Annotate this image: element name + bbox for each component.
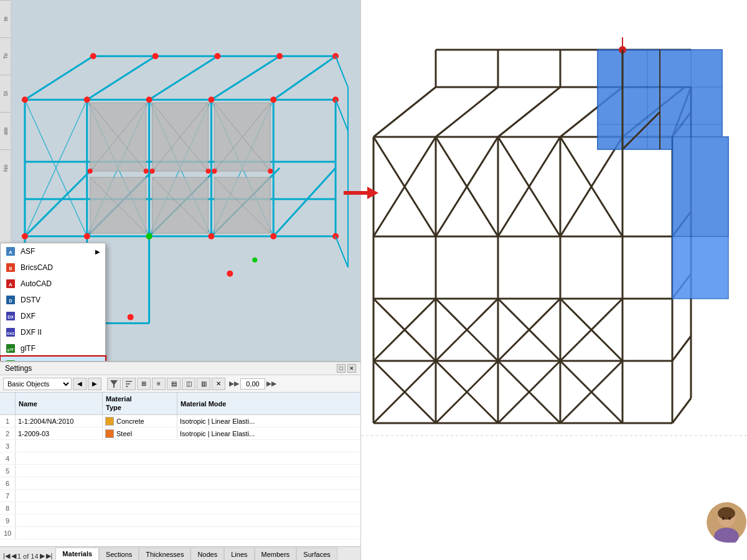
svg-point-67: [276, 53, 283, 59]
tab-sections[interactable]: Sections: [99, 548, 139, 560]
arrow-divider: [339, 180, 383, 205]
svg-point-77: [146, 233, 153, 240]
settings-title: Settings: [5, 364, 32, 373]
last-page-btn[interactable]: ▶|: [46, 552, 53, 560]
menu-item-asf[interactable]: A ASF ▶: [1, 243, 105, 259]
side-label-te: te: [0, 0, 11, 37]
menu-item-ifc[interactable]: IFC IFC: [1, 357, 105, 361]
col-material-type-header: Material Type: [103, 393, 177, 414]
dstv-icon: D: [6, 295, 16, 305]
main-container: A ASF ▶ B BricsCAD A AutoCAD: [0, 0, 747, 560]
menu-item-bricscad[interactable]: B BricsCAD: [1, 259, 105, 276]
svg-point-196: [728, 517, 731, 520]
tab-nodes[interactable]: Nodes: [190, 548, 224, 560]
menu-item-dxf2[interactable]: DX2 DXF II: [1, 324, 105, 340]
sort-btn[interactable]: [122, 378, 136, 390]
svg-rect-184: [672, 236, 728, 299]
svg-point-60: [146, 96, 153, 103]
svg-point-74: [268, 169, 273, 174]
side-label-ate: ate: [0, 112, 11, 149]
right-3d-viewport: [361, 0, 747, 560]
menu-item-dxf[interactable]: DX DXF: [1, 308, 105, 324]
svg-text:D: D: [9, 299, 12, 303]
view-btn1[interactable]: ⊞: [137, 378, 151, 390]
svg-point-59: [84, 96, 90, 103]
svg-point-69: [88, 169, 93, 174]
tab-members[interactable]: Members: [255, 548, 297, 560]
right-structure-drawing: [361, 0, 747, 560]
tab-lines[interactable]: Lines: [224, 548, 254, 560]
menu-label-gltf: glTF: [21, 344, 35, 353]
row-mat-type-1: Concrete: [103, 415, 177, 427]
svg-point-195: [722, 517, 725, 520]
table-row: 2 1-2009-03 Steel Isotropic | Linear Ela…: [0, 427, 361, 440]
settings-title-bar: Settings □ ✕: [0, 362, 361, 375]
svg-point-75: [227, 271, 233, 277]
menu-item-autocad[interactable]: A AutoCAD: [1, 276, 105, 292]
row-mat-mode-1: Isotropic | Linear Elasti...: [177, 415, 361, 427]
menu-label-dxf: DXF: [21, 312, 35, 320]
tab-thicknesses[interactable]: Thicknesses: [139, 548, 190, 560]
svg-point-65: [153, 53, 159, 59]
row-num-2: 2: [0, 427, 16, 439]
first-page-btn[interactable]: |◀: [3, 552, 10, 560]
page-indicator: 1 of 14: [17, 553, 39, 560]
object-type-dropdown[interactable]: Basic Objects: [3, 378, 72, 390]
svg-rect-183: [672, 137, 728, 236]
svg-text:DX: DX: [7, 315, 14, 319]
svg-text:A: A: [9, 282, 12, 287]
side-label-no: No: [0, 149, 11, 187]
tab-bar: |◀ ◀ 1 of 14 ▶ ▶| Materials Sections Thi…: [0, 546, 360, 560]
row-mat-type-2: Steel: [103, 427, 177, 439]
minimize-button[interactable]: □: [337, 364, 345, 373]
close-button[interactable]: ✕: [347, 364, 356, 373]
svg-point-76: [128, 314, 134, 320]
menu-label-bricscad: BricsCAD: [21, 263, 53, 272]
svg-point-66: [214, 53, 220, 59]
tab-materials[interactable]: Materials: [55, 548, 99, 560]
menu-label-dxf2: DXF II: [21, 328, 42, 337]
avatar-image: [707, 502, 747, 543]
view-btn2[interactable]: ≡: [152, 378, 166, 390]
svg-point-72: [205, 169, 210, 174]
svg-rect-98: [6, 360, 15, 361]
tab-surfaces[interactable]: Surfaces: [296, 548, 337, 560]
col-material-mode-header: Material Mode: [177, 393, 361, 414]
value-input[interactable]: [240, 378, 265, 390]
table-row: 10: [0, 527, 361, 539]
svg-text:DX2: DX2: [7, 332, 14, 335]
table-row: 5: [0, 465, 361, 477]
view-btn4[interactable]: ◫: [182, 378, 195, 390]
material-swatch: [105, 429, 114, 438]
table-row: 7: [0, 490, 361, 502]
svg-marker-118: [110, 380, 118, 388]
menu-label-autocad: AutoCAD: [21, 279, 52, 288]
row-mat-mode-2: Isotropic | Linear Elasti...: [177, 427, 361, 439]
data-table: 1 1-1:2004/NA:2010 Concrete Isotropic | …: [0, 415, 361, 546]
right-arrow-icon: [342, 184, 380, 202]
table-row: 8: [0, 502, 361, 515]
next-btn[interactable]: ▶: [88, 378, 101, 390]
menu-label-ifc: IFC: [21, 360, 32, 361]
view-btn6[interactable]: ✕: [212, 378, 225, 390]
filter-btn[interactable]: [107, 378, 121, 390]
svg-point-194: [718, 507, 735, 520]
asf-icon: A: [6, 246, 16, 256]
prev-btn[interactable]: ◀: [73, 378, 87, 390]
view-btn5[interactable]: ▥: [197, 378, 210, 390]
svg-point-53: [84, 233, 90, 240]
menu-item-gltf[interactable]: gTF glTF: [1, 340, 105, 357]
row-num-1: 1: [0, 415, 16, 427]
avatar: [707, 502, 747, 543]
next-page-btn[interactable]: ▶: [40, 552, 45, 560]
svg-point-56: [270, 233, 276, 240]
menu-item-dstv[interactable]: D DSTV: [1, 292, 105, 308]
svg-point-52: [22, 233, 28, 240]
svg-text:gTF: gTF: [7, 348, 14, 352]
prev-page-btn[interactable]: ◀: [11, 552, 16, 560]
view-btn3[interactable]: ▤: [167, 378, 181, 390]
row-name-2: 1-2009-03: [16, 427, 103, 439]
menu-label-dstv: DSTV: [21, 296, 40, 304]
table-row: 1 1-1:2004/NA:2010 Concrete Isotropic | …: [0, 415, 361, 427]
submenu-arrow: ▶: [95, 248, 100, 255]
